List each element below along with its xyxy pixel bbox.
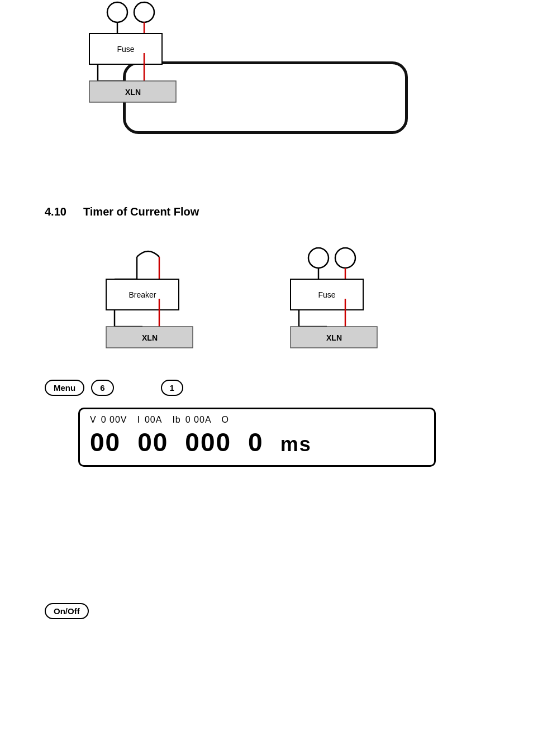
svg-point-23: [335, 248, 355, 268]
svg-point-22: [308, 248, 329, 268]
bottom-val1: 00: [90, 427, 121, 457]
ib-label: Ib: [172, 415, 180, 425]
svg-text:Breaker: Breaker: [129, 290, 156, 299]
svg-text:Fuse: Fuse: [117, 45, 134, 54]
svg-text:Fuse: Fuse: [318, 290, 335, 299]
menu-button[interactable]: Menu: [45, 380, 84, 396]
o-label: O: [222, 415, 229, 425]
six-button[interactable]: 6: [91, 380, 113, 396]
onoff-area: On/Off: [45, 603, 89, 619]
i-value: 00A: [145, 415, 162, 425]
breaker-diagram: Breaker XLN: [84, 246, 212, 369]
display-bottom-row: 00 00 000 0 ms: [90, 427, 424, 457]
svg-text:XLN: XLN: [326, 333, 342, 342]
button-row: Menu 6 1: [45, 380, 183, 396]
ms-unit: ms: [280, 433, 312, 456]
ib-value: 0 00A: [185, 415, 212, 425]
onoff-button[interactable]: On/Off: [45, 603, 89, 619]
breaker-svg: Breaker XLN: [84, 246, 212, 357]
svg-point-11: [134, 2, 154, 22]
bottom-val2: 00: [137, 427, 168, 457]
bottom-val4: 0: [248, 427, 264, 457]
fuse-svg: Fuse XLN: [73, 0, 201, 112]
fuse-diagram: Fuse XLN: [73, 0, 201, 123]
main-display: V 0 00V I 00A Ib 0 00A O 00 00 000 0 ms: [78, 408, 436, 467]
fuse-diagram-svg: Fuse XLN: [274, 246, 402, 357]
svg-text:XLN: XLN: [125, 88, 141, 97]
section-title: Timer of Current Flow: [83, 205, 199, 218]
bottom-val3: 000: [185, 427, 231, 457]
section-heading: 4.10 Timer of Current Flow: [45, 205, 199, 218]
display-top-row: V 0 00V I 00A Ib 0 00A O: [90, 415, 424, 425]
one-button[interactable]: 1: [161, 380, 183, 396]
v-label: V: [90, 415, 97, 425]
v-value: 0 00V: [101, 415, 127, 425]
fuse-diagram-container: Fuse XLN: [274, 246, 402, 360]
svg-text:XLN: XLN: [142, 333, 158, 342]
section-number: 4.10: [45, 205, 66, 218]
svg-point-10: [107, 2, 127, 22]
i-label: I: [137, 415, 140, 425]
